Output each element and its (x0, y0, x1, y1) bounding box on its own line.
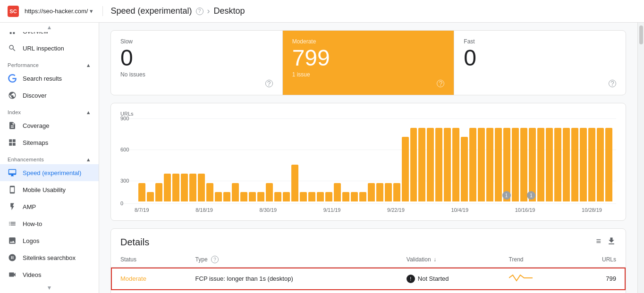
moderate-help-icon[interactable]: ? (437, 80, 444, 87)
chart-bar (486, 128, 493, 201)
chart-bar (537, 128, 544, 201)
x-label: 10/4/19 (451, 207, 468, 213)
chart-container: URLs 900 600 300 0 (110, 103, 626, 221)
chart-bar (189, 174, 196, 201)
sidebar-scroll-up[interactable]: ▲ (0, 23, 99, 32)
y-tick-0: 0 (120, 201, 123, 206)
chart-bar (342, 192, 349, 201)
chart-bar (308, 192, 315, 201)
chart-bar (351, 192, 358, 201)
type-help-icon[interactable]: ? (211, 256, 219, 263)
sidebar-item-search-results[interactable]: Search results (0, 70, 99, 87)
trend-cell (500, 268, 570, 290)
score-fast: Fast 0 ? (454, 31, 626, 95)
chart-bar (240, 192, 247, 201)
chart-bar (597, 128, 604, 201)
details-table: Status Type ? Validation ↓ Trend URLs (111, 252, 626, 293)
col-status: Status (111, 252, 186, 268)
sidebar-item-amp[interactable]: AMP (0, 198, 99, 215)
image-icon (8, 236, 17, 245)
chart-bar (512, 128, 519, 201)
sidebar-item-coverage[interactable]: Coverage (0, 117, 99, 134)
filter-icon[interactable]: ≡ (596, 236, 601, 248)
chart-bar (325, 192, 332, 201)
dropdown-icon[interactable]: ▾ (90, 8, 93, 15)
score-moderate: Moderate 799 1 issue ? (283, 31, 454, 95)
status-cell: Moderate (111, 268, 186, 290)
details-container: Details ≡ Status Type ? (110, 228, 626, 293)
validation-cell: ! Not Started (397, 268, 500, 290)
chart-bar (232, 183, 239, 201)
chart-bar (172, 174, 179, 201)
chart-bar (223, 192, 230, 201)
chart-bar (478, 128, 485, 201)
right-scrollbar[interactable] (637, 23, 644, 293)
chart-bar (215, 192, 222, 201)
chart-bar (546, 128, 553, 201)
chart-bar (317, 192, 324, 201)
chart-bars (135, 118, 616, 201)
table-header-row: Status Type ? Validation ↓ Trend URLs (111, 252, 626, 268)
details-header: Details ≡ (111, 229, 626, 252)
video-icon (8, 270, 17, 279)
y-tick-900: 900 (120, 116, 129, 121)
chart-bar (402, 137, 409, 201)
details-actions: ≡ (596, 236, 616, 248)
sidebar-item-discover[interactable]: Discover (0, 87, 99, 104)
status-cell: Moderate (111, 290, 186, 293)
sidebar-item-mobile-usability[interactable]: Mobile Usability (0, 181, 99, 198)
sidebar: ▲ Overview URL inspection Performance ▲ … (0, 23, 99, 293)
x-label: 8/7/19 (135, 207, 149, 213)
chart-bar (444, 128, 451, 201)
table-row: Moderate FID issue: longer than 100ms (d… (111, 290, 626, 293)
type-cell: FCP issue: longer than 1s (desktop) (186, 268, 397, 290)
table-row: Moderate FCP issue: longer than 1s (desk… (111, 268, 626, 290)
property-selector[interactable]: https://seo-hacker.com/ ▾ (25, 8, 93, 15)
sidebar-item-url-inspection[interactable]: URL inspection (0, 40, 99, 57)
sidebar-item-speed[interactable]: Speed (experimental) (0, 164, 99, 181)
scroll-thumb (639, 25, 643, 44)
section-index: Index ▲ (0, 104, 99, 117)
sidebar-item-sitelinks-searchbox[interactable]: Sitelinks searchbox (0, 249, 99, 266)
chart-bar (181, 174, 188, 201)
x-label: 8/30/19 (259, 207, 277, 213)
chart-area: 900 600 300 0 8/7/198/18/198/30/199/11/1… (120, 118, 616, 213)
chart-bar (571, 128, 578, 201)
fast-help-icon[interactable]: ? (609, 80, 616, 87)
sidebar-scroll-down[interactable]: ▼ (0, 283, 99, 293)
help-icon[interactable]: ? (196, 8, 203, 15)
chart-bar (495, 128, 502, 201)
col-validation: Validation ↓ (397, 252, 500, 268)
sidebar-item-logos[interactable]: Logos (0, 232, 99, 249)
sidebar-item-sitemaps[interactable]: Sitemaps (0, 134, 99, 151)
chart-bar (410, 128, 417, 201)
sidebar-item-videos[interactable]: Videos (0, 266, 99, 283)
trend-sparkline (509, 273, 533, 283)
chart-badge: 1 (527, 191, 535, 200)
download-icon[interactable] (607, 236, 616, 248)
chart-bar (435, 128, 442, 201)
chart-bar (300, 192, 307, 201)
trend-cell (500, 290, 570, 293)
not-started-icon: ! (407, 275, 415, 283)
chart-bar (452, 128, 459, 201)
slow-help-icon[interactable]: ? (265, 80, 273, 87)
chart-bar (164, 174, 171, 201)
chart-bar (147, 192, 154, 201)
chart-bar (469, 128, 476, 201)
mobile-icon (8, 185, 17, 194)
x-label: 9/11/19 (323, 207, 341, 213)
sidebar-item-how-to[interactable]: How-to (0, 215, 99, 232)
collapse-index[interactable]: ▲ (86, 109, 91, 115)
collapse-performance[interactable]: ▲ (86, 62, 91, 68)
y-tick-300: 300 (120, 178, 129, 184)
chart-y-label: URLs (120, 111, 616, 117)
chevron-up-icon: ▲ (47, 24, 52, 31)
bolt-icon (8, 202, 17, 211)
y-tick-600: 600 (120, 147, 129, 152)
chart-bar (283, 192, 290, 201)
sort-down-icon[interactable]: ↓ (433, 256, 436, 263)
col-trend: Trend (500, 252, 570, 268)
score-slow: Slow 0 No issues ? (111, 31, 282, 95)
collapse-enhancements[interactable]: ▲ (86, 157, 91, 162)
